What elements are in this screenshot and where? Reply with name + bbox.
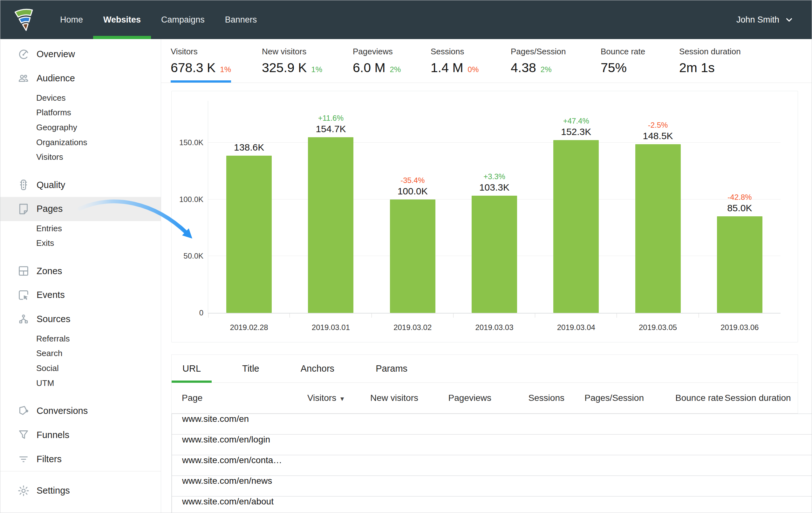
- chart-bar[interactable]: [553, 140, 599, 313]
- tab-url[interactable]: URL: [172, 355, 212, 383]
- nav-item-banners[interactable]: Banners: [215, 0, 267, 39]
- table-row[interactable]: www.site.com/en28.3 K1%15.9 K0%50.9 K2%3…: [172, 414, 798, 434]
- sidebar-item-overview[interactable]: Overview: [0, 42, 161, 66]
- metric-delta: 1%: [220, 65, 231, 74]
- chart-bar[interactable]: [717, 216, 762, 313]
- metric-number: 2m 1s: [679, 60, 715, 75]
- bar-labels: -35.4%100.0K: [398, 175, 428, 197]
- x-axis-tick-label: 2019.03.02: [394, 323, 432, 332]
- sidebar-item-entries[interactable]: Entries: [0, 221, 161, 236]
- nav-item-campaigns[interactable]: Campaigns: [151, 0, 215, 39]
- sidebar-item-sources[interactable]: Sources: [0, 307, 161, 331]
- column-header-bounce-rate[interactable]: Bounce rate: [645, 393, 725, 403]
- column-header-sessions[interactable]: Sessions: [493, 393, 566, 403]
- chart-bar[interactable]: [635, 144, 681, 313]
- tab-params[interactable]: Params: [365, 355, 418, 383]
- sidebar-footer: Settings: [0, 471, 161, 513]
- bar-delta-label: +47.4%: [561, 116, 591, 126]
- funnel-logo-icon[interactable]: [14, 5, 36, 34]
- bar-value-label: 100.0K: [398, 185, 428, 197]
- sidebar-item-social[interactable]: Social: [0, 361, 161, 376]
- people-icon: [17, 72, 30, 85]
- sidebar-item-platforms[interactable]: Platforms: [0, 105, 161, 120]
- sidebar-item-exits[interactable]: Exits: [0, 236, 161, 251]
- axis-tick: [616, 313, 617, 318]
- sidebar-item-label: Pages: [36, 204, 63, 214]
- table-row[interactable]: www.site.com/en/about19.1 K1%11.7 K0%30.…: [172, 496, 798, 513]
- bar-labels: +11.6%154.7K: [316, 113, 346, 135]
- metric-value: 6.0 M2%: [353, 60, 431, 75]
- sidebar-item-referrals[interactable]: Referrals: [0, 331, 161, 346]
- gauge-icon: [17, 48, 30, 61]
- user-menu[interactable]: John Smith: [736, 0, 812, 39]
- sidebar: OverviewAudienceDevicesPlatformsGeograph…: [0, 39, 161, 513]
- filter-lines-icon: [17, 452, 30, 466]
- tab-title[interactable]: Title: [231, 355, 270, 383]
- metric-value: 1.4 M0%: [431, 60, 511, 75]
- table-row[interactable]: www.site.com/en/conta…23.7 K2%11.0 K2%65…: [172, 455, 798, 476]
- bar-value-label: 148.5K: [643, 130, 673, 142]
- column-header-new-visitors[interactable]: New visitors: [346, 393, 419, 403]
- column-header-page[interactable]: Page: [172, 393, 286, 403]
- sidebar-item-label: Platforms: [36, 108, 71, 118]
- sidebar-item-label: Exits: [36, 238, 54, 248]
- metric-label: Pages/Session: [511, 47, 601, 57]
- metric-pages-session[interactable]: Pages/Session4.382%: [511, 39, 601, 83]
- nav-item-home[interactable]: Home: [50, 0, 93, 39]
- column-header-pageviews[interactable]: Pageviews: [419, 393, 493, 403]
- sidebar-item-events[interactable]: Events: [0, 283, 161, 307]
- nav-item-websites[interactable]: Websites: [93, 0, 151, 39]
- sidebar-item-conversions[interactable]: Conversions: [0, 399, 161, 423]
- sidebar-item-devices[interactable]: Devices: [0, 91, 161, 105]
- bar-labels: +47.4%152.3K: [561, 116, 591, 138]
- tab-anchors[interactable]: Anchors: [290, 355, 345, 383]
- user-name: John Smith: [736, 15, 779, 25]
- sidebar-item-filters[interactable]: Filters: [0, 447, 161, 471]
- sidebar-item-utm[interactable]: UTM: [0, 376, 161, 391]
- sidebar-item-pages[interactable]: Pages: [0, 197, 161, 221]
- chart-bar[interactable]: [390, 200, 435, 313]
- sidebar-item-label: Visitors: [36, 152, 63, 162]
- table-body: www.site.com/en28.3 K1%15.9 K0%50.9 K2%3…: [172, 414, 798, 513]
- sidebar-item-visitors[interactable]: Visitors: [0, 150, 161, 164]
- y-axis-tick-label: 150.0K: [173, 138, 203, 147]
- metric-pageviews[interactable]: Pageviews6.0 M2%: [353, 39, 431, 83]
- bar-chart-plot: 150.0K100.0K50.0K0138.6K2019.02.28+11.6%…: [208, 101, 781, 313]
- sidebar-item-search[interactable]: Search: [0, 346, 161, 361]
- column-header-pages-session[interactable]: Pages/Session: [566, 393, 645, 403]
- sidebar-item-funnels[interactable]: Funnels: [0, 423, 161, 447]
- sidebar-item-quality[interactable]: Quality: [0, 173, 161, 197]
- sidebar-item-organizations[interactable]: Organizations: [0, 135, 161, 150]
- page-url-cell[interactable]: www.site.com/en/about: [172, 496, 812, 513]
- pages-table-card: URLTitleAnchorsParams PageVisitors▼New v…: [171, 355, 798, 513]
- x-axis-tick-label: 2019.03.05: [639, 323, 677, 332]
- sidebar-item-audience[interactable]: Audience: [0, 66, 161, 91]
- sidebar-item-label: Conversions: [36, 405, 88, 416]
- sidebar-item-settings[interactable]: Settings: [0, 478, 161, 503]
- x-axis-tick-label: 2019.02.28: [230, 323, 268, 332]
- metric-number: 4.38: [511, 60, 536, 75]
- chart-bar[interactable]: [226, 156, 272, 313]
- chart-bar[interactable]: [472, 196, 517, 313]
- metric-new-visitors[interactable]: New visitors325.9 K1%: [262, 39, 353, 83]
- metric-value: 75%: [601, 60, 679, 75]
- sidebar-item-zones[interactable]: Zones: [0, 259, 161, 283]
- metric-visitors[interactable]: Visitors678.3 K1%: [171, 39, 262, 83]
- column-header-visitors[interactable]: Visitors▼: [286, 393, 346, 403]
- metric-label: Visitors: [171, 47, 262, 57]
- metric-bounce-rate[interactable]: Bounce rate75%: [601, 39, 679, 83]
- x-axis-tick-label: 2019.03.03: [475, 323, 513, 332]
- metric-session-duration[interactable]: Session duration2m 1s: [679, 39, 741, 83]
- axis-tick: [453, 313, 454, 318]
- metric-sessions[interactable]: Sessions1.4 M0%: [431, 39, 511, 83]
- sidebar-item-label: Search: [36, 349, 62, 358]
- sidebar-item-label: Filters: [36, 454, 62, 464]
- main-content: Visitors678.3 K1%New visitors325.9 K1%Pa…: [161, 39, 812, 513]
- table-row[interactable]: www.site.com/en/news19.4 K6%8 2475%49.0 …: [172, 476, 798, 496]
- chart-bar[interactable]: [308, 137, 353, 313]
- table-row[interactable]: www.site.com/en/login28.0 K2%17.0 K2%67.…: [172, 434, 798, 455]
- bar-labels: 138.6K: [234, 142, 264, 153]
- sidebar-item-geography[interactable]: Geography: [0, 120, 161, 135]
- column-header-session-duration[interactable]: Session duration: [725, 393, 798, 403]
- traffic-light-icon: [17, 178, 30, 191]
